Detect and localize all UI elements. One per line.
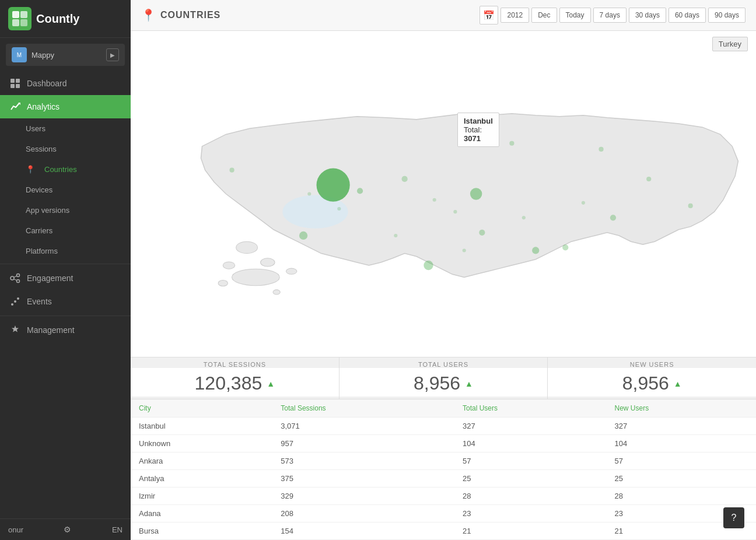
map-svg	[131, 31, 756, 357]
svg-rect-8	[10, 84, 15, 88]
stat-value-new-users: 8,956	[622, 373, 669, 394]
app-selector[interactable]: M Mappy ▶	[6, 44, 125, 66]
cell-new-users: 25	[606, 470, 756, 488]
stat-label-new-users: NEW USERS	[548, 361, 756, 368]
svg-point-49	[273, 290, 280, 294]
sidebar-item-users[interactable]: Users	[0, 118, 131, 139]
table-row[interactable]: Bursa 154 21 21	[131, 523, 756, 540]
svg-point-42	[307, 192, 311, 195]
svg-point-16	[11, 303, 13, 306]
management-icon	[9, 324, 21, 336]
svg-point-35	[337, 207, 341, 211]
svg-point-20	[317, 169, 350, 202]
svg-point-38	[433, 198, 436, 202]
sidebar-item-carriers[interactable]: Carriers	[0, 220, 131, 241]
sidebar-item-management[interactable]: Management	[0, 318, 131, 342]
app-selector-left: M Mappy	[12, 47, 54, 62]
sidebar-label-devices: Devices	[26, 185, 52, 194]
turkey-label[interactable]: Turkey	[712, 37, 748, 51]
sidebar-item-platforms[interactable]: Platforms	[0, 241, 131, 261]
sidebar-label-users: Users	[26, 124, 46, 133]
svg-rect-2	[12, 19, 19, 26]
cell-new-users: 104	[606, 435, 756, 453]
cell-new-users: 57	[606, 453, 756, 470]
sidebar-item-countries[interactable]: 📍 Countries	[0, 159, 131, 180]
date-btn-7days[interactable]: 7 days	[593, 8, 626, 23]
sidebar-item-analytics[interactable]: Analytics	[0, 95, 131, 118]
logo-text: Countly	[36, 12, 79, 26]
data-table: City Total Sessions Total Users New User…	[131, 399, 756, 540]
svg-point-30	[598, 147, 603, 152]
page-title-area: 📍 COUNTRIES	[141, 8, 220, 22]
language-selector[interactable]: EN	[112, 525, 123, 534]
app-icon: M	[12, 47, 27, 62]
sidebar-item-sessions[interactable]: Sessions	[0, 139, 131, 159]
date-btn-60days[interactable]: 60 days	[668, 8, 706, 23]
cell-city: Unknown	[131, 435, 272, 453]
col-header-city: City	[131, 399, 272, 418]
cell-city: Ankara	[131, 453, 272, 470]
sidebar-label-platforms: Platforms	[26, 247, 58, 255]
page-header: 📍 COUNTRIES 📅 2012 Dec Today 7 days 30 d…	[131, 0, 756, 31]
username: onur	[8, 525, 23, 534]
table-row[interactable]: Ankara 573 57 57	[131, 453, 756, 470]
cell-users: 23	[454, 505, 606, 523]
svg-rect-9	[16, 84, 20, 88]
svg-point-48	[286, 268, 296, 274]
stat-value-row-new-users: 8,956 ▲	[548, 368, 756, 397]
cell-city: Izmir	[131, 488, 272, 505]
stat-arrow-users: ▲	[465, 379, 473, 388]
stat-label-users: TOTAL USERS	[340, 361, 548, 368]
table-row[interactable]: Antalya 375 25 25	[131, 470, 756, 488]
cell-new-users: 327	[606, 418, 756, 435]
table-header-row: City Total Sessions Total Users New User…	[131, 399, 756, 418]
stat-value-row-users: 8,956 ▲	[340, 368, 548, 397]
stat-total-users: TOTAL USERS 8,956 ▲	[340, 357, 548, 399]
svg-point-22	[424, 261, 433, 270]
date-btn-today[interactable]: Today	[559, 8, 591, 23]
app-name: Mappy	[32, 51, 54, 59]
engagement-icon	[9, 272, 21, 284]
settings-gear-icon[interactable]: ⚙	[64, 525, 71, 534]
svg-line-15	[14, 279, 17, 281]
date-btn-dec[interactable]: Dec	[531, 8, 556, 23]
svg-point-25	[357, 188, 363, 194]
svg-rect-6	[10, 79, 15, 83]
date-btn-90days[interactable]: 90 days	[708, 8, 746, 23]
svg-point-27	[610, 215, 616, 220]
table-row[interactable]: Unknown 957 104 104	[131, 435, 756, 453]
sidebar-item-app-versions[interactable]: App versions	[0, 200, 131, 220]
date-btn-30days[interactable]: 30 days	[629, 8, 666, 23]
table-row[interactable]: Izmir 329 28 28	[131, 488, 756, 505]
page-title: COUNTRIES	[160, 10, 220, 20]
stat-arrow-new-users: ▲	[674, 379, 682, 388]
sidebar-item-dashboard[interactable]: Dashboard	[0, 72, 131, 95]
table-row[interactable]: Adana 208 23 23	[131, 505, 756, 523]
cell-users: 104	[454, 435, 606, 453]
dashboard-icon	[9, 78, 21, 89]
date-btn-2012[interactable]: 2012	[501, 8, 529, 23]
cell-sessions: 329	[272, 488, 454, 505]
cell-users: 25	[454, 470, 606, 488]
calendar-icon[interactable]: 📅	[480, 6, 498, 24]
svg-point-41	[582, 201, 585, 205]
sidebar-item-engagement[interactable]: Engagement	[0, 267, 131, 290]
cell-new-users: 28	[606, 488, 756, 505]
divider-1	[0, 264, 131, 264]
sidebar-item-devices[interactable]: Devices	[0, 180, 131, 200]
sidebar-bottom: onur ⚙ EN	[0, 518, 131, 540]
cell-users: 28	[454, 488, 606, 505]
cell-city: Bursa	[131, 523, 272, 540]
main-content: 📍 COUNTRIES 📅 2012 Dec Today 7 days 30 d…	[131, 0, 756, 540]
play-button[interactable]: ▶	[106, 48, 119, 61]
svg-point-40	[463, 248, 466, 252]
help-button[interactable]: ?	[723, 507, 744, 528]
map-container: Turkey	[131, 31, 756, 357]
svg-point-13	[17, 280, 20, 283]
svg-rect-7	[16, 79, 20, 83]
divider-2	[0, 315, 131, 316]
svg-point-12	[17, 274, 20, 277]
sidebar-item-events[interactable]: Events	[0, 290, 131, 313]
col-header-new-users: New Users	[606, 399, 756, 418]
table-row[interactable]: Istanbul 3,071 327 327	[131, 418, 756, 435]
